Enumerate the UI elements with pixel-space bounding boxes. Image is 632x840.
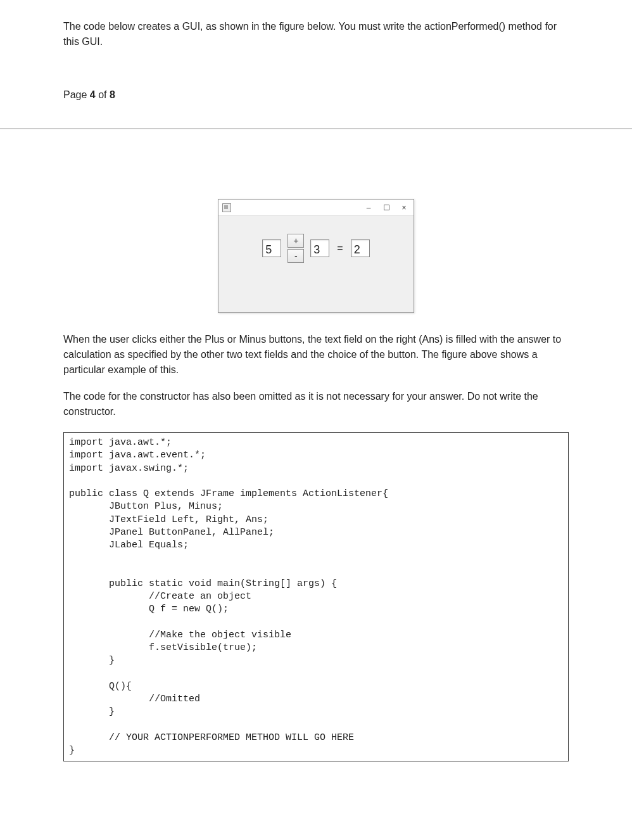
page-current: 4 — [90, 89, 96, 100]
plus-button[interactable]: + — [288, 234, 304, 248]
minimize-button[interactable]: – — [363, 203, 374, 213]
page-prefix: Page — [63, 89, 90, 100]
ans-textfield[interactable]: 2 — [351, 239, 370, 257]
page-number: Page 4 of 8 — [63, 87, 569, 103]
equals-label: = — [336, 241, 344, 256]
titlebar: – ☐ × — [218, 200, 414, 216]
gui-window: – ☐ × 5 + - 3 = 2 — [218, 199, 414, 313]
maximize-button[interactable]: ☐ — [381, 203, 392, 213]
code-block: import java.awt.*; import java.awt.event… — [63, 432, 569, 761]
description-paragraph: When the user clicks either the Plus or … — [63, 332, 569, 378]
titlebar-controls: – ☐ × — [363, 203, 410, 213]
close-button[interactable]: × — [398, 203, 410, 213]
page-break-divider — [0, 128, 632, 129]
java-app-icon — [222, 203, 231, 212]
instruction-paragraph: The code for the constructor has also be… — [63, 389, 569, 419]
left-textfield[interactable]: 5 — [262, 239, 281, 257]
button-panel: + - — [288, 234, 304, 263]
right-textfield[interactable]: 3 — [310, 239, 329, 257]
minus-button[interactable]: - — [288, 249, 304, 263]
page-mid: of — [96, 89, 110, 100]
gui-body: 5 + - 3 = 2 — [218, 216, 414, 263]
page-total: 8 — [110, 89, 115, 100]
intro-paragraph: The code below creates a GUI, as shown i… — [63, 19, 569, 49]
